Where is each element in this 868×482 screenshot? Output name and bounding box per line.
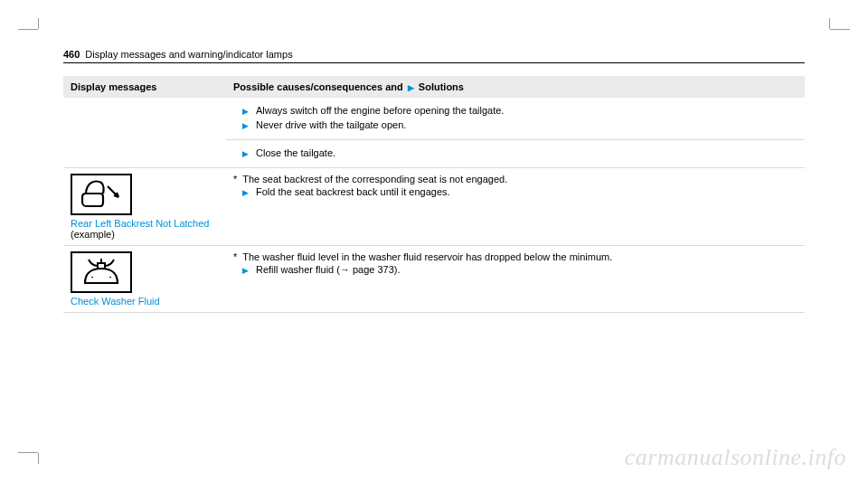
triangle-icon: ▶ (242, 107, 249, 116)
th-solutions: Possible causes/consequences and ▶ Solut… (226, 76, 805, 98)
page-number: 460 (63, 49, 80, 60)
crop-mark (829, 18, 830, 29)
triangle-icon: ▶ (242, 188, 249, 197)
asterisk-icon: * (233, 174, 237, 184)
cell-empty (63, 98, 226, 168)
asterisk-icon: * (233, 251, 237, 262)
sol-text-a: Refill washer fluid ( (256, 264, 340, 275)
list-item: ▶ Always switch off the engine before op… (242, 105, 797, 116)
page-content: 460 Display messages and warning/indicat… (0, 0, 868, 340)
list-item: ▶ Refill washer fluid (→ page 373). (242, 264, 797, 275)
triangle-icon: ▶ (242, 121, 249, 130)
list-item: ▶ Fold the seat backrest back until it e… (242, 186, 797, 197)
th-causes-text: Possible causes/consequences and (233, 81, 403, 92)
messages-table: Display messages Possible causes/consequ… (63, 76, 805, 313)
list-item: ▶ Close the tailgate. (242, 147, 797, 158)
table-row: Check Washer Fluid * The washer fluid le… (63, 246, 805, 313)
bullet-text: Always switch off the engine before open… (256, 105, 504, 116)
bullet-text: Refill washer fluid (→ page 373). (256, 264, 401, 275)
seat-backrest-icon (71, 174, 132, 215)
triangle-icon: ▶ (242, 266, 249, 275)
crop-mark (38, 18, 39, 29)
chapter-title: Display messages and warning/indicator l… (85, 49, 292, 60)
bullet-text: Fold the seat backrest back until it eng… (256, 186, 450, 197)
message-label: Rear Left Backrest Not Latched (71, 218, 209, 229)
crop-mark (830, 29, 850, 30)
crop-mark (38, 453, 39, 464)
cause-text: The seat backrest of the corresponding s… (242, 174, 507, 184)
list-item: ▶ Never drive with the tailgate open. (242, 119, 797, 130)
page-header: 460 Display messages and warning/indicat… (63, 49, 805, 63)
crop-mark (18, 452, 38, 453)
table-row: Rear Left Backrest Not Latched (example)… (63, 168, 805, 246)
seat-svg (79, 179, 124, 210)
cause-row: * The seat backrest of the corresponding… (233, 174, 797, 184)
washer-svg (76, 256, 127, 288)
cell-message: Rear Left Backrest Not Latched (example) (63, 168, 226, 246)
th-solutions-text: Solutions (419, 81, 464, 92)
cause-text: The washer fluid level in the washer flu… (242, 251, 612, 262)
bullet-text: Never drive with the tailgate open. (256, 119, 406, 130)
crop-mark (18, 29, 38, 30)
cell-solutions: ▶ Close the tailgate. (226, 140, 805, 168)
washer-fluid-icon (71, 251, 132, 293)
cell-solutions: ▶ Always switch off the engine before op… (226, 98, 805, 140)
svg-rect-1 (98, 263, 105, 269)
th-display-messages: Display messages (63, 76, 226, 98)
cell-solutions: * The seat backrest of the corresponding… (226, 168, 805, 246)
cell-solutions: * The washer fluid level in the washer f… (226, 246, 805, 313)
bullet-text: Close the tailgate. (256, 147, 335, 158)
triangle-icon: ▶ (242, 149, 249, 158)
table-row: ▶ Always switch off the engine before op… (63, 98, 805, 140)
cell-message: Check Washer Fluid (63, 246, 226, 313)
sol-text-b: page 373). (350, 264, 401, 275)
cause-row: * The washer fluid level in the washer f… (233, 251, 797, 262)
watermark: carmanualsonline.info (625, 444, 846, 471)
triangle-icon: ▶ (408, 83, 414, 92)
arrow-icon: → (340, 264, 350, 275)
message-suffix: (example) (71, 229, 115, 240)
message-label: Check Washer Fluid (71, 296, 160, 307)
